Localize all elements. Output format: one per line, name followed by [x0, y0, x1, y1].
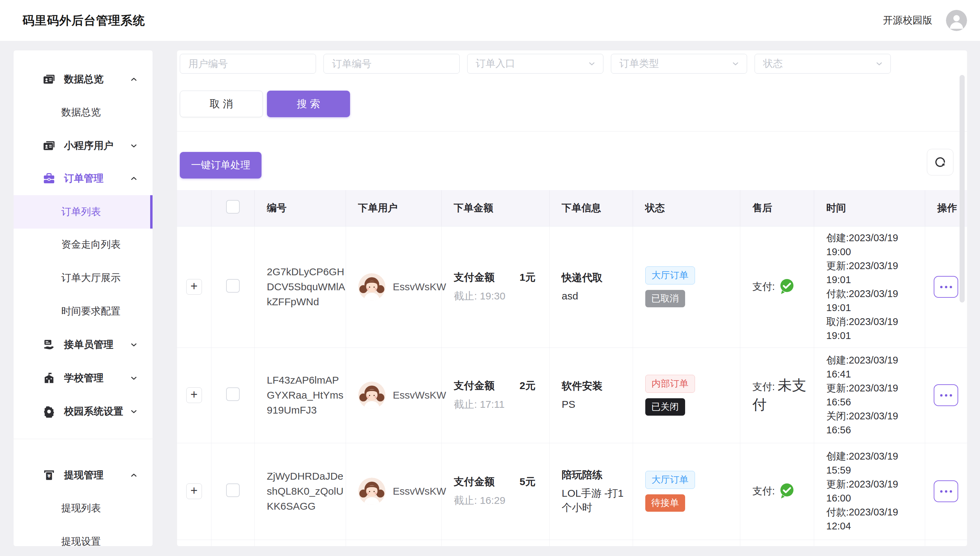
sidebar-item-label: 接单员管理 [64, 328, 113, 362]
status-badge: 待接单 [645, 495, 685, 512]
status-badge: 已取消 [645, 290, 685, 307]
order-info-desc: asd [562, 289, 632, 303]
sidebar-item-label: 提现管理 [64, 459, 103, 492]
sidebar-divider [14, 439, 153, 439]
sidebar-subitem-label: 订单列表 [61, 195, 101, 229]
row-actions-button[interactable] [934, 276, 958, 298]
sidebar-item-label: 学校管理 [64, 362, 103, 395]
cancel-button[interactable]: 取 消 [180, 91, 263, 117]
time-cell: 创建:2023/03/1916:41 更新:2023/03/1916:56 关闭… [827, 353, 925, 437]
select-placeholder: 状态 [763, 57, 783, 71]
expand-row-button[interactable]: + [186, 483, 202, 499]
status-badge: 内部订单 [645, 375, 695, 393]
time-cell: 创建:2023/03/1915:59 更新:2023/03/1916:00 付款… [827, 449, 925, 533]
row-checkbox[interactable] [226, 387, 240, 401]
user-id-input[interactable] [180, 54, 316, 74]
select-all-header [211, 190, 255, 226]
refresh-button[interactable] [927, 149, 953, 175]
sidebar-subitem-label: 提现列表 [61, 491, 101, 525]
order-id: 2G7kDLyCP6GHDCV5SbquWMlAkZFFpWNd [267, 264, 346, 309]
deadline: 截止: 17:11 [454, 398, 549, 412]
chevron-down-icon [587, 59, 596, 68]
sidebar-item-school-management[interactable]: 学校管理 [14, 362, 153, 395]
order-info-title: 陪玩陪练 [562, 468, 633, 482]
user-name: EssvWsKW [393, 281, 446, 293]
order-info-desc: PS [562, 397, 632, 412]
sidebar-item-order-taker-management[interactable]: 接单员管理 [14, 328, 153, 362]
gear-icon [43, 406, 55, 418]
sidebar-item-label: 订单管理 [64, 162, 103, 195]
chevron-down-icon [875, 59, 883, 68]
sidebar-subitem-data-overview[interactable]: 数据总览 [14, 96, 153, 129]
batch-process-button[interactable]: 一键订单处理 [180, 152, 261, 178]
expand-row-button[interactable]: + [186, 387, 202, 403]
sidebar-item-miniprogram-users[interactable]: 小程序用户 [14, 129, 153, 163]
chevron-up-icon [129, 174, 138, 183]
sidebar-item-withdrawal-management[interactable]: ¥ 提现管理 [14, 459, 153, 492]
sidebar-subitem-order-hall-display[interactable]: 订单大厅展示 [14, 261, 153, 295]
aftersale-cell: 支付: 未支付 [753, 376, 814, 414]
sidebar-subitem-order-list[interactable]: 订单列表 [14, 195, 153, 229]
avatar [358, 381, 385, 409]
order-info-desc: LOL手游 -打1个小时 [562, 486, 632, 515]
order-id: ZjWyDHRDaJDeshQL8K0_zQolUKK6SAGG [267, 469, 346, 514]
sidebar-subitem-time-requirement-config[interactable]: 时间要求配置 [14, 295, 153, 328]
sidebar-subitem-fund-flow-list[interactable]: 资金走向列表 [14, 228, 153, 261]
id-card-icon [43, 73, 55, 86]
sidebar-subitem-withdrawal-list[interactable]: 提现列表 [14, 491, 153, 525]
row-actions-button[interactable] [934, 384, 958, 406]
column-header-time: 时间 [814, 190, 925, 226]
main-content: 订单入口 订单类型 状态 取 消 搜 索 一键订单处理 [177, 50, 967, 546]
avatar [358, 478, 385, 505]
order-id: LF43zAP6lmAPGYXRaa_HtYms919UmFJ3 [267, 373, 346, 418]
column-header-amount: 下单金额 [441, 190, 549, 226]
table-row: + LF43zAP6lmAPGYXRaa_HtYms919UmFJ3 [177, 348, 967, 443]
column-header-user: 下单用户 [346, 190, 441, 226]
header-right: 开源校园版 [883, 0, 967, 41]
status-badge: 大厅订单 [645, 471, 695, 489]
refresh-icon [933, 155, 947, 169]
svg-text:¥: ¥ [47, 473, 51, 478]
status-badge: 大厅订单 [645, 267, 695, 284]
orders-table: 编号 下单用户 下单金额 下单信息 状态 售后 时间 操作 + 2G7kDLyC… [177, 190, 967, 546]
paid-label: 支付: [753, 280, 775, 294]
user-name: EssvWsKW [393, 485, 446, 497]
user-cell: EssvWsKW [358, 381, 441, 409]
id-card-icon [43, 140, 55, 152]
sidebar-subitem-label: 数据总览 [61, 96, 101, 129]
search-button[interactable]: 搜 索 [267, 91, 350, 117]
sidebar-item-data-overview[interactable]: 数据总览 [14, 63, 153, 96]
app-title: 码里码外后台管理系统 [23, 0, 145, 41]
section-divider [177, 131, 967, 131]
status-badge: 已关闭 [645, 398, 685, 415]
status-select[interactable]: 状态 [754, 54, 891, 74]
person-icon [946, 10, 967, 31]
page: { "header": { "title": "码里码外后台管理系统", "ed… [0, 0, 980, 556]
school-icon [43, 372, 55, 384]
order-entry-select[interactable]: 订单入口 [467, 54, 603, 74]
select-all-checkbox[interactable] [226, 200, 240, 213]
table-row [177, 540, 967, 546]
sidebar-item-campus-system-settings[interactable]: 校园系统设置 [14, 395, 153, 428]
expand-row-button[interactable]: + [186, 279, 202, 295]
scrollbar-thumb[interactable] [959, 75, 965, 302]
user-avatar[interactable] [946, 10, 967, 31]
order-id-input[interactable] [324, 54, 460, 74]
sidebar-subitem-label: 资金走向列表 [61, 228, 121, 261]
withdraw-icon: ¥ [43, 469, 55, 482]
sidebar-item-order-management[interactable]: 订单管理 [14, 162, 153, 195]
sidebar-subitem-withdrawal-settings[interactable]: 提现设置 [14, 525, 153, 546]
hand-card-icon [43, 339, 55, 351]
column-header-id: 编号 [255, 190, 346, 226]
order-type-select[interactable]: 订单类型 [611, 54, 747, 74]
row-checkbox[interactable] [226, 483, 240, 497]
deadline: 截止: 16:29 [454, 494, 549, 508]
row-actions-button[interactable] [934, 480, 958, 502]
sidebar-subitem-label: 时间要求配置 [61, 295, 121, 328]
aftersale-cell: 支付: [753, 278, 814, 296]
row-checkbox[interactable] [226, 279, 240, 293]
table-row: + ZjWyDHRDaJDeshQL8K0_zQolUKK6SAGG [177, 443, 967, 540]
select-placeholder: 订单类型 [619, 57, 659, 71]
deadline: 截止: 19:30 [454, 289, 549, 303]
chevron-down-icon [731, 59, 740, 68]
